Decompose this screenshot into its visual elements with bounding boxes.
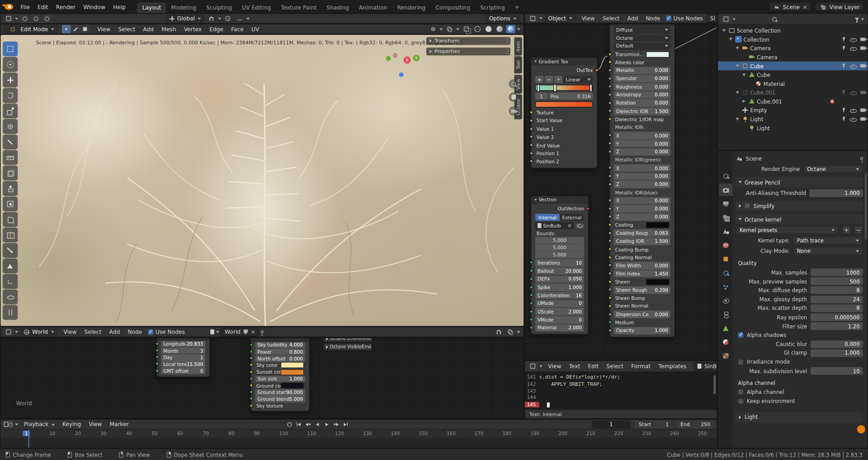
vectron-tab[interactable]: Internal <box>535 213 560 221</box>
menu-item[interactable]: Window <box>80 3 109 11</box>
face-select-button[interactable] <box>81 25 90 33</box>
blender-logo[interactable] <box>5 4 14 9</box>
expand-toggle[interactable]: ▼ <box>728 37 733 42</box>
previous-keyframe-button[interactable] <box>304 421 313 428</box>
tab-tool[interactable] <box>719 170 732 182</box>
setting-field[interactable]: 1000 <box>811 269 863 276</box>
outliner-row[interactable]: ▼ Scene Collection <box>718 26 868 35</box>
vectron-param-row[interactable]: Bailout 20.000 <box>535 267 584 275</box>
color-swatch[interactable] <box>281 362 304 368</box>
render-visibility-icon[interactable] <box>860 91 865 94</box>
node-param-row[interactable]: Sun size 1.000 <box>255 375 305 382</box>
input-socket[interactable] <box>530 269 533 272</box>
edge-select-button[interactable] <box>71 25 80 33</box>
remove-preset-button[interactable]: − <box>854 226 863 234</box>
stop-index-field[interactable]: 1 <box>535 92 547 100</box>
outliner-row[interactable]: Material <box>718 79 868 88</box>
node-param-row[interactable]: Day 1 <box>161 354 205 360</box>
simplify-checkbox[interactable] <box>745 203 750 209</box>
input-socket[interactable] <box>609 215 612 218</box>
pan-button[interactable] <box>509 92 518 102</box>
jump-to-end-button[interactable] <box>341 421 350 428</box>
input-socket[interactable] <box>609 85 612 88</box>
workspace-tab[interactable]: Scripting <box>475 2 509 13</box>
input-socket[interactable] <box>250 363 253 366</box>
node-header[interactable]: Vectron <box>532 196 588 204</box>
material-param-row[interactable]: Y 0.000 <box>614 140 670 147</box>
node-header[interactable] <box>610 24 674 26</box>
node-param-row[interactable]: Longitude -20.833 <box>161 341 205 347</box>
input-socket[interactable] <box>609 133 612 137</box>
material-param-row[interactable]: Coating Roug 0.063 <box>614 229 670 237</box>
setting-field[interactable]: 1.000 <box>811 349 863 357</box>
node-header[interactable] <box>251 338 309 342</box>
menu-item[interactable]: Select <box>599 14 623 22</box>
input-socket[interactable] <box>609 109 612 112</box>
input-socket[interactable] <box>250 356 253 360</box>
color-swatch[interactable] <box>646 51 669 57</box>
vectron-param-row[interactable]: Material 2.000 <box>535 324 584 332</box>
visibility-icon[interactable] <box>850 63 857 69</box>
text-datablock-selector[interactable]: SinBulb <box>694 362 717 371</box>
input-socket[interactable] <box>156 349 159 352</box>
code-line[interactable]: 142 APPLY_ORBIT_TRAP; <box>525 380 717 387</box>
daylight-environment-node[interactable]: Sky turbidity 4.000 Power 0.800 <box>251 338 310 412</box>
material-param-row[interactable]: Metallic 0.000 <box>614 67 670 75</box>
outliner-row[interactable]: ▶ Cube.001 <box>718 97 868 106</box>
tab-output[interactable] <box>719 198 732 210</box>
material-param-row[interactable]: Coating <box>614 221 670 229</box>
material-param-row[interactable]: Film Index 1.450 <box>614 270 670 278</box>
zoom-button[interactable] <box>509 79 518 89</box>
input-socket[interactable] <box>609 239 612 242</box>
outliner-row[interactable]: ▼ Collection <box>718 35 868 44</box>
snap-magnet-toggle[interactable] <box>207 14 217 23</box>
vectron-param-row[interactable]: Spike 1.000 <box>535 284 584 291</box>
search-icon[interactable] <box>772 17 777 21</box>
material-param-row[interactable]: Metallic IOR: <box>614 123 670 131</box>
input-socket[interactable] <box>609 288 612 291</box>
editor-type-icon[interactable] <box>722 15 731 23</box>
menu-item[interactable]: Mesh <box>158 25 180 33</box>
input-socket[interactable] <box>530 277 533 280</box>
node-param-row[interactable]: Sky turbidity 4.000 <box>255 342 305 348</box>
vectron-node[interactable]: Vectron OutVectron InternalExternal SinB… <box>531 196 588 334</box>
play-button[interactable] <box>322 421 331 428</box>
ramp-tools-dropdown[interactable] <box>554 76 562 83</box>
input-socket[interactable] <box>156 362 159 365</box>
tab-particles[interactable] <box>719 280 732 293</box>
ramp-stop[interactable] <box>590 84 592 92</box>
render-visibility-icon[interactable] <box>860 109 865 112</box>
material-param-row[interactable]: Metallic IOR(green): <box>614 156 670 164</box>
render-engine-dropdown[interactable]: Octane <box>803 165 863 173</box>
notification-dot[interactable] <box>857 425 865 433</box>
next-keyframe-button[interactable] <box>332 421 341 428</box>
expand-toggle[interactable]: ▼ <box>722 28 727 33</box>
input-socket[interactable] <box>530 152 533 155</box>
input-socket[interactable] <box>609 117 612 120</box>
node-param-row[interactable]: Ground start 90.000 <box>255 389 305 395</box>
menu-item[interactable]: Help <box>109 3 129 11</box>
environment-node-header[interactable]: Octane VisibleEnviro... <box>323 343 372 351</box>
editor-type-icon[interactable] <box>4 420 14 428</box>
input-socket[interactable] <box>530 285 533 289</box>
ramp-stop-active[interactable] <box>554 84 557 92</box>
sidebar-tab[interactable]: Tool <box>514 57 522 73</box>
input-socket[interactable] <box>609 77 612 80</box>
grease-pencil-panel-header[interactable]: Grease Pencil <box>736 177 863 187</box>
material-param-row[interactable]: Albedo color <box>614 59 670 66</box>
node-param-row[interactable]: Sky color <box>255 362 305 369</box>
rendered-shading-button[interactable] <box>506 25 515 33</box>
alpha-setting-row[interactable]: Keep environment <box>738 397 863 406</box>
tool-loop-cut[interactable] <box>3 228 18 242</box>
workspace-tab[interactable]: Compositing <box>430 2 475 13</box>
checkbox[interactable] <box>738 359 743 365</box>
tab-texture[interactable] <box>719 350 732 362</box>
kernel-setting-row[interactable]: Max. diffuse depth 8 <box>738 286 863 295</box>
tab-object[interactable] <box>719 253 732 265</box>
input-socket[interactable] <box>609 166 612 169</box>
visibility-icon[interactable] <box>850 36 857 42</box>
tool-bevel[interactable] <box>3 212 18 227</box>
material-param-row[interactable]: Dielectric 1/IOR map <box>614 115 670 123</box>
expand-toggle[interactable]: ▶ <box>741 99 747 104</box>
color-swatch[interactable] <box>646 222 669 228</box>
